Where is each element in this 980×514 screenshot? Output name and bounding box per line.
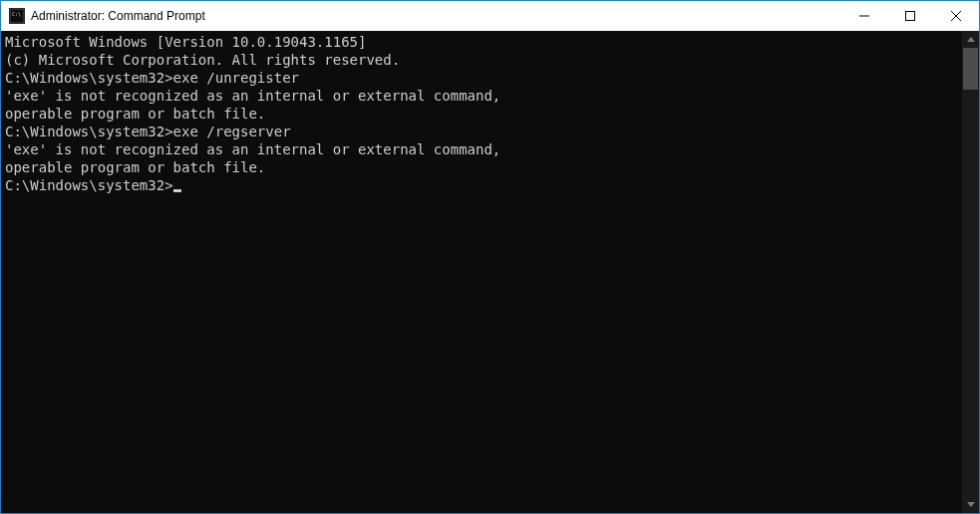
svg-text:C:\: C:\ <box>12 11 21 17</box>
command-text: exe /regserver <box>173 124 291 139</box>
minimize-button[interactable] <box>841 1 887 30</box>
command-text: exe /unregister <box>173 70 299 86</box>
titlebar[interactable]: C:\ Administrator: Command Prompt <box>1 1 979 31</box>
output-line: operable program or batch file. <box>5 105 962 123</box>
prompt-text: C:\Windows\system32> <box>5 124 173 139</box>
output-line: operable program or batch file. <box>5 158 962 176</box>
window-controls <box>841 1 979 31</box>
scroll-down-button[interactable] <box>962 496 979 513</box>
prompt-text: C:\Windows\system32> <box>5 70 173 86</box>
vertical-scrollbar[interactable] <box>962 31 979 513</box>
cursor-icon <box>173 189 181 192</box>
svg-marker-8 <box>967 502 975 507</box>
output-line: C:\Windows\system32>exe /unregister <box>5 69 962 87</box>
command-prompt-window: C:\ Administrator: Command Prompt Micros… <box>0 0 980 514</box>
output-line: (c) Microsoft Corporation. All rights re… <box>5 51 962 69</box>
svg-marker-7 <box>967 37 975 42</box>
scrollbar-thumb[interactable] <box>963 48 978 90</box>
output-line: Microsoft Windows [Version 10.0.19043.11… <box>5 33 962 51</box>
scroll-up-button[interactable] <box>962 31 979 48</box>
console-output[interactable]: Microsoft Windows [Version 10.0.19043.11… <box>1 31 962 513</box>
maximize-button[interactable] <box>887 1 933 30</box>
app-icon: C:\ <box>9 8 25 24</box>
prompt-text: C:\Windows\system32> <box>5 177 173 193</box>
output-line: 'exe' is not recognized as an internal o… <box>5 87 962 105</box>
scrollbar-track[interactable] <box>962 48 979 496</box>
output-line: C:\Windows\system32>exe /regserver <box>5 123 962 140</box>
close-button[interactable] <box>933 1 979 30</box>
output-line: 'exe' is not recognized as an internal o… <box>5 140 962 158</box>
current-prompt-line: C:\Windows\system32> <box>5 176 962 194</box>
console-area: Microsoft Windows [Version 10.0.19043.11… <box>1 31 979 513</box>
svg-rect-4 <box>906 11 915 20</box>
window-title: Administrator: Command Prompt <box>31 1 841 31</box>
